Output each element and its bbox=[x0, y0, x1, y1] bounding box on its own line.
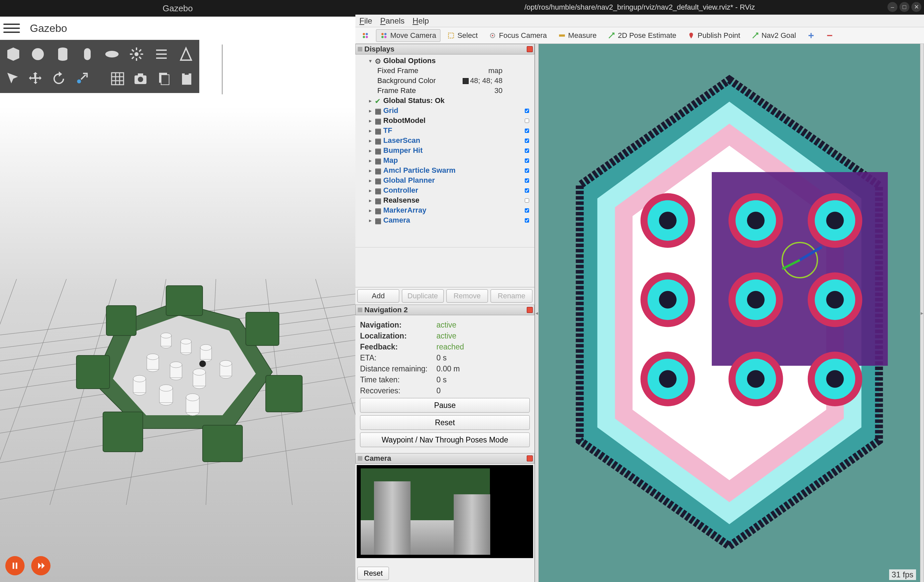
measure-icon bbox=[558, 32, 566, 39]
display-item-map[interactable]: ▸▦Map bbox=[357, 155, 532, 165]
move-camera-tool[interactable]: Move Camera bbox=[376, 29, 441, 42]
step-simulation-button[interactable] bbox=[31, 556, 51, 575]
focus-icon bbox=[489, 32, 496, 39]
display-item-global-planner[interactable]: ▸▦Global Planner bbox=[357, 175, 532, 185]
measure-tool[interactable]: Measure bbox=[554, 29, 601, 42]
display-enable-checkbox[interactable] bbox=[525, 198, 529, 203]
cylinder-tool-icon[interactable] bbox=[53, 44, 72, 64]
select-tool-icon[interactable] bbox=[4, 68, 21, 89]
rviz-menubar: File Panels Help bbox=[355, 15, 924, 27]
capsule-tool-icon[interactable] bbox=[78, 44, 97, 64]
nav2-pause-button[interactable]: Pause bbox=[360, 398, 530, 413]
rviz-toolbar: Move Camera Select Focus Camera Measure … bbox=[355, 27, 924, 44]
display-item-realsense[interactable]: ▸▦Realsense bbox=[357, 195, 532, 205]
display-enable-checkbox[interactable] bbox=[525, 109, 529, 113]
display-type-icon: ▦ bbox=[375, 167, 382, 174]
camera-panel-title[interactable]: Camera bbox=[355, 453, 535, 464]
interact-tool[interactable] bbox=[357, 29, 373, 42]
gazebo-3d-viewport[interactable] bbox=[0, 106, 355, 582]
nav2-time-label: Time taken: bbox=[360, 375, 436, 384]
fps-counter: 31 fps bbox=[889, 569, 916, 580]
gazebo-scene bbox=[0, 106, 355, 505]
focus-camera-tool[interactable]: Focus Camera bbox=[485, 29, 551, 42]
svg-rect-12 bbox=[161, 75, 169, 85]
translate-tool-icon[interactable] bbox=[27, 68, 45, 89]
gazebo-toolbar bbox=[0, 40, 199, 93]
nav2-waypoint-button[interactable]: Waypoint / Nav Through Poses Mode bbox=[360, 433, 530, 447]
svg-point-94 bbox=[659, 370, 676, 388]
pose-estimate-tool[interactable]: 2D Pose Estimate bbox=[604, 29, 681, 42]
panel-close-icon[interactable] bbox=[527, 455, 533, 461]
grid-config-icon[interactable] bbox=[109, 68, 126, 89]
nav2-reset-button[interactable]: Reset bbox=[360, 415, 530, 430]
panel-close-icon[interactable] bbox=[527, 307, 533, 313]
display-enable-checkbox[interactable] bbox=[525, 179, 529, 183]
display-item-camera[interactable]: ▸▦Camera bbox=[357, 215, 532, 225]
display-item-robotmodel[interactable]: ▸▦RobotModel bbox=[357, 116, 532, 126]
display-enable-checkbox[interactable] bbox=[525, 169, 529, 173]
spot-light-icon[interactable] bbox=[177, 44, 195, 64]
ellipsoid-tool-icon[interactable] bbox=[102, 44, 121, 64]
display-enable-checkbox[interactable] bbox=[525, 139, 529, 143]
display-item-laserscan[interactable]: ▸▦LaserScan bbox=[357, 136, 532, 146]
svg-point-53 bbox=[186, 394, 199, 401]
rename-display-button[interactable]: Rename bbox=[490, 289, 532, 303]
nav2-navigation-value: active bbox=[436, 321, 456, 329]
display-buttons: Add Duplicate Remove Rename bbox=[355, 287, 535, 304]
scale-tool-icon[interactable] bbox=[73, 68, 91, 89]
display-item-grid[interactable]: ▸▦Grid bbox=[357, 106, 532, 116]
duplicate-display-button[interactable]: Duplicate bbox=[402, 289, 444, 303]
svg-rect-20 bbox=[203, 425, 243, 462]
screenshot-icon[interactable] bbox=[132, 68, 149, 89]
nav2-panel: Navigation:active Localization:active Fe… bbox=[355, 315, 535, 453]
menu-panels[interactable]: Panels bbox=[380, 16, 404, 26]
select-tool[interactable]: Select bbox=[443, 29, 482, 42]
pause-simulation-button[interactable] bbox=[5, 556, 25, 575]
svg-rect-55 bbox=[16, 563, 17, 569]
dock-splitter[interactable]: ◂ bbox=[535, 44, 539, 582]
menu-help[interactable]: Help bbox=[412, 16, 429, 26]
svg-point-29 bbox=[181, 339, 191, 344]
minimize-window-icon[interactable]: – bbox=[888, 2, 898, 12]
menu-file[interactable]: File bbox=[360, 16, 372, 26]
display-enable-checkbox[interactable] bbox=[525, 159, 529, 163]
publish-point-tool[interactable]: Publish Point bbox=[683, 29, 744, 42]
paste-icon[interactable] bbox=[178, 68, 195, 89]
panel-close-icon[interactable] bbox=[527, 46, 533, 52]
maximize-window-icon[interactable]: □ bbox=[899, 2, 909, 12]
copy-icon[interactable] bbox=[155, 68, 172, 89]
nav2-goal-tool[interactable]: Nav2 Goal bbox=[747, 29, 800, 42]
display-enable-checkbox[interactable] bbox=[525, 129, 529, 133]
remove-display-button[interactable]: Remove bbox=[446, 289, 488, 303]
displays-panel-title[interactable]: Displays bbox=[355, 44, 535, 55]
display-item-tf[interactable]: ▸▦TF bbox=[357, 126, 532, 136]
rviz-reset-button[interactable]: Reset bbox=[357, 567, 389, 580]
display-item-amcl-particle-swarm[interactable]: ▸▦Amcl Particle Swarm bbox=[357, 165, 532, 175]
point-light-icon[interactable] bbox=[127, 44, 146, 64]
directional-light-icon[interactable] bbox=[152, 44, 171, 64]
display-enable-checkbox[interactable] bbox=[525, 188, 529, 193]
camera-image-view[interactable] bbox=[357, 465, 533, 558]
displays-tree[interactable]: ▾⚙Global Options Fixed Framemap Backgrou… bbox=[355, 55, 535, 247]
display-enable-checkbox[interactable] bbox=[525, 119, 529, 123]
minus-tool[interactable] bbox=[822, 29, 838, 42]
add-display-button[interactable]: Add bbox=[357, 289, 399, 303]
display-enable-checkbox[interactable] bbox=[525, 149, 529, 153]
display-item-controller[interactable]: ▸▦Controller bbox=[357, 185, 532, 195]
minus-icon bbox=[826, 32, 833, 39]
display-type-icon: ▦ bbox=[375, 137, 382, 144]
close-window-icon[interactable]: ✕ bbox=[911, 2, 921, 12]
svg-point-5 bbox=[105, 51, 119, 58]
rotate-tool-icon[interactable] bbox=[50, 68, 68, 89]
plus-tool[interactable] bbox=[803, 29, 819, 42]
display-enable-checkbox[interactable] bbox=[525, 208, 529, 213]
display-item-markerarray[interactable]: ▸▦MarkerArray bbox=[357, 205, 532, 215]
dock-splitter-right[interactable]: ▸ bbox=[920, 44, 924, 582]
cube-tool-icon[interactable] bbox=[4, 44, 23, 64]
display-enable-checkbox[interactable] bbox=[525, 218, 529, 223]
hamburger-menu-icon[interactable] bbox=[3, 20, 20, 36]
display-item-bumper-hit[interactable]: ▸▦Bumper Hit bbox=[357, 146, 532, 155]
sphere-tool-icon[interactable] bbox=[28, 44, 47, 64]
rviz-3d-view[interactable]: 31 fps bbox=[539, 44, 920, 582]
nav2-panel-title[interactable]: Navigation 2 bbox=[355, 304, 535, 315]
